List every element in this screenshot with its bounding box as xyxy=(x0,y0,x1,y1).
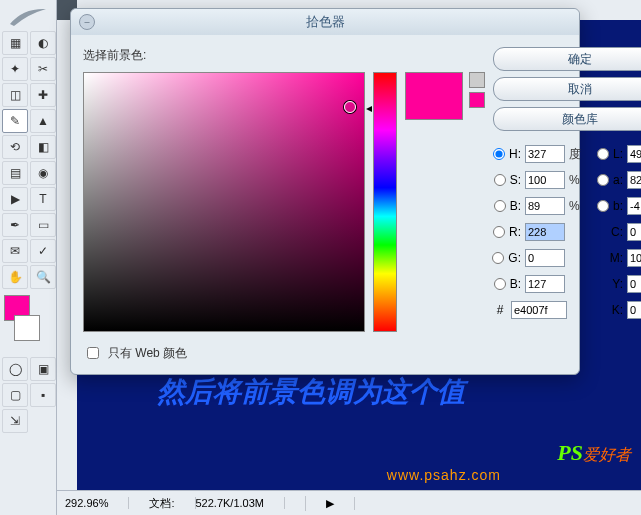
h-input[interactable] xyxy=(525,145,565,163)
jump-icon[interactable]: ⇲ xyxy=(2,409,28,433)
h-radio[interactable] xyxy=(493,148,505,160)
bb-radio[interactable] xyxy=(494,278,506,290)
r-input[interactable] xyxy=(525,223,565,241)
heal-tool-icon[interactable]: ✚ xyxy=(30,83,56,107)
hue-arrow-icon: ◂ xyxy=(366,101,372,115)
doc-size: 文档:522.7K/1.03M xyxy=(149,496,306,511)
hex-input[interactable] xyxy=(511,301,567,319)
zoom-tool-icon[interactable]: 🔍 xyxy=(30,265,56,289)
l-input[interactable] xyxy=(627,145,641,163)
bb-input[interactable] xyxy=(525,275,565,293)
crop-tool-icon[interactable]: ✂ xyxy=(30,57,56,81)
screen-mode-icon[interactable]: ▣ xyxy=(30,357,56,381)
zoom-level[interactable]: 292.96% xyxy=(65,497,129,509)
field-cursor-icon[interactable] xyxy=(344,101,356,113)
c-input[interactable] xyxy=(627,223,641,241)
r-radio[interactable] xyxy=(493,226,505,238)
g-input[interactable] xyxy=(525,249,565,267)
l-radio[interactable] xyxy=(597,148,609,160)
web-only-checkbox[interactable]: 只有 Web 颜色 xyxy=(83,344,485,362)
websafe-cube-icon[interactable] xyxy=(469,72,485,88)
lb-radio[interactable] xyxy=(597,200,609,212)
toolbar: ▦ ◐ ✦ ✂ ◫ ✚ ✎ ▲ ⟲ ◧ ▤ ◉ ▶ T ✒ ▭ ✉ ✓ ✋ 🔍 … xyxy=(0,0,57,515)
pen-tool-icon[interactable]: ✒ xyxy=(2,213,28,237)
cancel-button[interactable]: 取消 xyxy=(493,77,641,101)
move-tool-icon[interactable]: ▦ xyxy=(2,31,28,55)
app-logo xyxy=(0,4,56,29)
dialog-title: 拾色器 xyxy=(71,13,579,31)
status-bar: 292.96% 文档:522.7K/1.03M ▶ xyxy=(57,490,641,515)
picker-prompt: 选择前景色: xyxy=(83,47,485,64)
y-input[interactable] xyxy=(627,275,641,293)
k-input[interactable] xyxy=(627,301,641,319)
color-preview xyxy=(405,72,463,120)
screen-mode-3-icon[interactable]: ▪ xyxy=(30,383,56,407)
s-input[interactable] xyxy=(525,171,565,189)
hand-tool-icon[interactable]: ✋ xyxy=(2,265,28,289)
blur-tool-icon[interactable]: ◉ xyxy=(30,161,56,185)
s-radio[interactable] xyxy=(494,174,506,186)
titlebar[interactable]: – 拾色器 xyxy=(71,9,579,35)
wand-tool-icon[interactable]: ✦ xyxy=(2,57,28,81)
b-input[interactable] xyxy=(525,197,565,215)
canvas-caption: 然后将前景色调为这个值 xyxy=(157,373,465,411)
watermark-logo: PS爱好者 xyxy=(557,440,631,466)
stamp-tool-icon[interactable]: ▲ xyxy=(30,109,56,133)
screen-mode-2-icon[interactable]: ▢ xyxy=(2,383,28,407)
status-menu-icon[interactable]: ▶ xyxy=(326,497,355,510)
background-swatch[interactable] xyxy=(14,315,40,341)
a-input[interactable] xyxy=(627,171,641,189)
path-tool-icon[interactable]: ▶ xyxy=(2,187,28,211)
lb-input[interactable] xyxy=(627,197,641,215)
web-only-input[interactable] xyxy=(87,347,99,359)
color-field[interactable]: ◂ xyxy=(83,72,365,332)
eyedropper-tool-icon[interactable]: ✓ xyxy=(30,239,56,263)
shape-tool-icon[interactable]: ▭ xyxy=(30,213,56,237)
gradient-tool-icon[interactable]: ▤ xyxy=(2,161,28,185)
a-radio[interactable] xyxy=(597,174,609,186)
color-picker-dialog: – 拾色器 选择前景色: ◂ xyxy=(70,8,580,375)
slice-tool-icon[interactable]: ◫ xyxy=(2,83,28,107)
b-radio[interactable] xyxy=(494,200,506,212)
watermark-url: www.psahz.com xyxy=(387,467,501,483)
brush-tool-icon[interactable]: ✎ xyxy=(2,109,28,133)
hue-slider[interactable] xyxy=(373,72,397,332)
ok-button[interactable]: 确定 xyxy=(493,47,641,71)
swatches-button[interactable]: 颜色库 xyxy=(493,107,641,131)
lasso-tool-icon[interactable]: ◐ xyxy=(30,31,56,55)
m-input[interactable] xyxy=(627,249,641,267)
mask-mode-icon[interactable]: ◯ xyxy=(2,357,28,381)
notes-tool-icon[interactable]: ✉ xyxy=(2,239,28,263)
type-tool-icon[interactable]: T xyxy=(30,187,56,211)
websafe-swatch[interactable] xyxy=(469,92,485,108)
close-icon[interactable]: – xyxy=(79,14,95,30)
eraser-tool-icon[interactable]: ◧ xyxy=(30,135,56,159)
history-brush-icon[interactable]: ⟲ xyxy=(2,135,28,159)
g-radio[interactable] xyxy=(492,252,504,264)
hex-label: # xyxy=(493,303,507,317)
